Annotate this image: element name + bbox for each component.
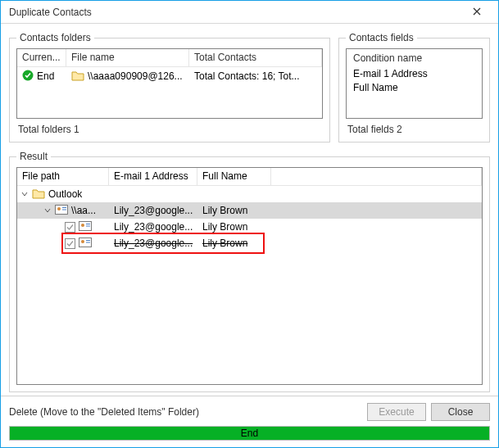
window-title: Duplicate Contacts xyxy=(9,7,460,18)
result-col-spare[interactable] xyxy=(271,168,482,185)
tree-node-subfolder[interactable]: \\aa... Lily_23@google... Lily Brown xyxy=(17,202,482,219)
cell-name: Lily Brown xyxy=(202,238,247,249)
folder-icon xyxy=(32,188,45,201)
tree-node-item[interactable]: Lily_23@google... Lily Brown xyxy=(17,219,482,235)
checkbox[interactable] xyxy=(65,222,75,233)
contact-card-icon xyxy=(79,237,92,251)
list-item[interactable]: E-mail 1 Address xyxy=(353,68,475,79)
footer-action-label: Delete (Move to the "Deleted Items" Fold… xyxy=(9,406,367,418)
folders-table[interactable]: Curren... File name Total Contacts End xyxy=(16,48,323,119)
cell-email: Lily_23@google... xyxy=(114,221,193,233)
progress-bar: End xyxy=(9,426,490,441)
result-col-path[interactable]: File path xyxy=(17,168,109,185)
progress-text: End xyxy=(10,427,489,440)
contacts-folders-group: Contacts folders Curren... File name Tot… xyxy=(9,32,330,143)
tree-label: Outlook xyxy=(48,188,82,200)
chevron-down-icon[interactable] xyxy=(20,191,29,197)
footer: Delete (Move to the "Deleted Items" Fold… xyxy=(1,396,498,447)
svg-point-6 xyxy=(81,224,84,227)
table-row[interactable]: End \\aaaa090909@126... Total Contacts: … xyxy=(17,67,322,85)
chevron-down-icon[interactable] xyxy=(43,207,52,214)
svg-rect-11 xyxy=(86,240,90,241)
result-header-row: File path E-mail 1 Address Full Name xyxy=(17,168,482,186)
result-group: Result File path E-mail 1 Address Full N… xyxy=(9,151,490,392)
close-icon xyxy=(473,7,481,18)
title-bar: Duplicate Contacts xyxy=(1,1,498,24)
cell-name: Lily Brown xyxy=(202,205,247,216)
ok-icon xyxy=(22,70,34,84)
svg-rect-8 xyxy=(86,225,90,226)
contacts-folders-legend: Contacts folders xyxy=(16,32,94,43)
cell-email: Lily_23@google... xyxy=(114,238,193,249)
folders-col-current[interactable]: Curren... xyxy=(17,49,66,66)
folder-status: End xyxy=(37,70,54,82)
folders-header-row: Curren... File name Total Contacts xyxy=(17,49,322,67)
folder-icon xyxy=(71,70,84,84)
folder-totals: Total Contacts: 16; Tot... xyxy=(194,70,300,82)
result-col-email[interactable]: E-mail 1 Address xyxy=(109,168,197,185)
close-window-button[interactable] xyxy=(460,1,493,23)
svg-rect-7 xyxy=(86,224,90,224)
folder-filename: \\aaaa090909@126... xyxy=(88,70,183,82)
svg-rect-4 xyxy=(62,209,66,210)
svg-rect-3 xyxy=(62,207,66,208)
svg-point-10 xyxy=(81,240,84,243)
folders-col-total[interactable]: Total Contacts xyxy=(189,49,322,66)
contacts-fields-legend: Contacts fields xyxy=(346,32,417,43)
close-button[interactable]: Close xyxy=(431,403,490,421)
result-tree[interactable]: File path E-mail 1 Address Full Name O xyxy=(16,167,483,385)
fields-list[interactable]: Condition name E-mail 1 Address Full Nam… xyxy=(346,48,483,119)
folders-col-filename[interactable]: File name xyxy=(66,49,189,66)
tree-node-item[interactable]: Lily_23@google... Lily Brown xyxy=(17,235,482,251)
contacts-fields-group: Contacts fields Condition name E-mail 1 … xyxy=(338,32,490,143)
tree-label: \\aa... xyxy=(71,205,96,216)
checkbox[interactable] xyxy=(65,238,75,249)
tree-node-root[interactable]: Outlook xyxy=(17,186,482,202)
execute-button[interactable]: Execute xyxy=(367,403,426,421)
result-legend: Result xyxy=(16,151,51,162)
svg-rect-12 xyxy=(86,242,90,242)
cell-email: Lily_23@google... xyxy=(114,205,193,216)
folders-summary: Total folders 1 xyxy=(16,119,323,135)
svg-point-2 xyxy=(57,207,61,210)
list-item[interactable]: Full Name xyxy=(353,82,475,93)
cell-name: Lily Brown xyxy=(202,221,247,233)
fields-summary: Total fields 2 xyxy=(346,119,483,135)
fields-header: Condition name xyxy=(353,52,475,64)
contact-card-icon xyxy=(79,220,92,234)
contact-card-icon xyxy=(55,204,68,218)
result-col-name[interactable]: Full Name xyxy=(197,168,271,185)
